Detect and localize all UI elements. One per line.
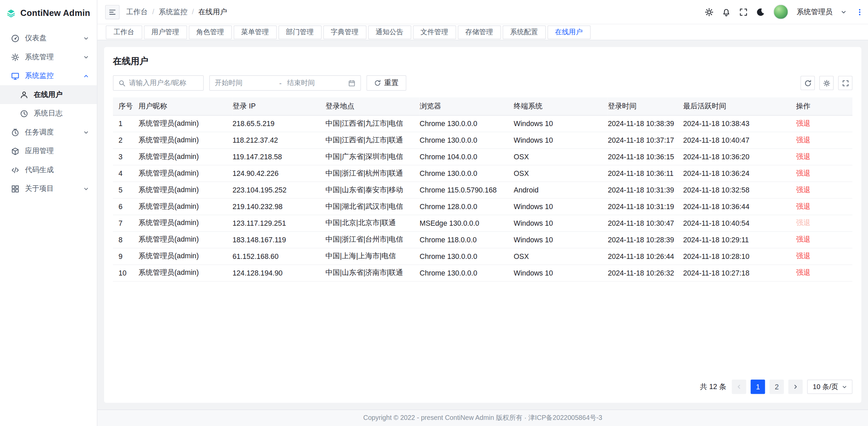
cell-location: 中国|湖北省|武汉市|电信 (326, 198, 420, 215)
prev-page-button[interactable] (732, 380, 746, 394)
force-logout-link[interactable]: 强退 (796, 169, 810, 177)
chevron-down-icon (83, 129, 89, 135)
username[interactable]: 系统管理员 (796, 7, 832, 17)
tab-item[interactable]: 角色管理 (189, 25, 232, 39)
page-number-button[interactable]: 2 (770, 380, 784, 394)
cell-ip: 124.128.194.90 (233, 264, 326, 281)
cell-nickname: 系统管理员(admin) (138, 231, 233, 248)
more-options-icon[interactable] (856, 7, 864, 16)
cell-action: 强退 (796, 248, 853, 264)
page-title: 在线用户 (113, 56, 852, 67)
force-logout-link[interactable]: 强退 (796, 268, 810, 277)
reset-button[interactable]: 重置 (367, 75, 407, 91)
tab-item[interactable]: 通知公告 (368, 25, 411, 39)
end-date-input[interactable] (287, 79, 346, 87)
force-logout-link[interactable]: 强退 (796, 136, 810, 144)
table-row: 5系统管理员(admin)223.104.195.252中国|山东省|泰安市|移… (113, 182, 852, 198)
sidebar-item-task-scheduler[interactable]: 任务调度 (0, 123, 97, 142)
tab-item[interactable]: 工作台 (106, 25, 142, 39)
search-box[interactable] (113, 75, 204, 91)
breadcrumb-item[interactable]: 系统监控 (159, 7, 188, 17)
cell-browser: Chrome 130.0.0.0 (420, 115, 514, 132)
sidebar-item-app-management[interactable]: 应用管理 (0, 142, 97, 161)
refresh-icon (374, 80, 381, 86)
table-body: 1系统管理员(admin)218.65.5.219中国|江西省|九江市|电信Ch… (113, 115, 852, 281)
dark-mode-moon-icon[interactable] (756, 7, 765, 16)
sidebar-item-label: 应用管理 (25, 146, 89, 156)
force-logout-link[interactable]: 强退 (796, 152, 810, 160)
sidebar-item-code-generation[interactable]: 代码生成 (0, 160, 97, 179)
sidebar-item-system-management[interactable]: 系统管理 (0, 47, 97, 66)
force-logout-link[interactable]: 强退 (796, 119, 810, 127)
cell-ip: 123.117.129.251 (233, 215, 326, 231)
cell-nickname: 系统管理员(admin) (138, 132, 233, 148)
cell-nickname: 系统管理员(admin) (138, 165, 233, 182)
cell-os: Windows 10 (514, 198, 608, 215)
topbar: 工作台 / 系统监控 / 在线用户 系统 (97, 0, 868, 24)
cell-login-time: 2024-11-18 10:36:11 (608, 165, 683, 182)
tab-item[interactable]: 部门管理 (278, 25, 321, 39)
cell-login-time: 2024-11-18 10:37:17 (608, 132, 683, 148)
chevron-left-icon (736, 384, 742, 389)
cell-browser: Chrome 130.0.0.0 (420, 165, 514, 182)
pagination-total: 共 12 条 (700, 382, 726, 392)
sidebar-item-online-users[interactable]: 在线用户 (0, 85, 97, 104)
tab-item[interactable]: 字典管理 (323, 25, 366, 39)
footer: Copyright © 2022 - present ContiNew Admi… (97, 409, 868, 426)
tab-item[interactable]: 存储管理 (457, 25, 500, 39)
expand-table-button[interactable] (838, 76, 852, 90)
sidebar-item-system-logs[interactable]: 系统日志 (0, 104, 97, 123)
content-area: 在线用户 - (97, 40, 868, 409)
cell-seq: 6 (113, 198, 138, 215)
date-range-separator: - (276, 79, 285, 87)
sidebar-collapse-button[interactable] (105, 5, 119, 19)
force-logout-link[interactable]: 强退 (796, 252, 810, 260)
cell-os: OSX (514, 248, 608, 264)
monitor-icon (11, 72, 19, 80)
calendar-icon (348, 79, 355, 86)
column-settings-button[interactable] (819, 76, 833, 90)
force-logout-link[interactable]: 强退 (796, 202, 810, 210)
settings-gear-icon[interactable] (705, 7, 713, 16)
cell-nickname: 系统管理员(admin) (138, 198, 233, 215)
cell-last-active: 2024-11-18 10:36:24 (683, 165, 796, 182)
sidebar-item-system-monitor[interactable]: 系统监控 (0, 66, 97, 85)
force-logout-link[interactable]: 强退 (796, 235, 810, 243)
cell-browser: Chrome 130.0.0.0 (420, 132, 514, 148)
cell-ip: 223.104.195.252 (233, 182, 326, 198)
sidebar-item-about-project[interactable]: 关于项目 (0, 179, 97, 198)
search-input[interactable] (129, 79, 198, 87)
sidebar-item-label: 在线用户 (34, 89, 89, 99)
tab-item[interactable]: 系统配置 (502, 25, 546, 39)
cell-location: 中国|江西省|九江市|联通 (326, 132, 420, 148)
force-logout-link[interactable]: 强退 (796, 185, 810, 194)
sidebar-item-dashboard[interactable]: 仪表盘 (0, 29, 97, 48)
cell-action: 强退 (796, 231, 853, 248)
table-row: 1系统管理员(admin)218.65.5.219中国|江西省|九江市|电信Ch… (113, 115, 852, 132)
page-size-select[interactable]: 10 条/页 (807, 380, 853, 394)
cell-ip: 219.140.232.98 (233, 198, 326, 215)
breadcrumb-item[interactable]: 工作台 (126, 7, 148, 17)
start-date-input[interactable] (215, 79, 274, 87)
tab-item-active[interactable]: 在线用户 (547, 25, 590, 39)
refresh-table-button[interactable] (801, 76, 815, 90)
column-header: 登录 IP (233, 97, 326, 115)
cell-last-active: 2024-11-18 10:38:43 (683, 115, 796, 132)
avatar[interactable] (773, 4, 788, 19)
tab-item[interactable]: 文件管理 (413, 25, 456, 39)
next-page-button[interactable] (788, 380, 803, 394)
date-range-picker[interactable]: - (209, 75, 361, 91)
user-icon (20, 90, 28, 99)
logo[interactable]: ContiNew Admin (0, 0, 97, 26)
gear-icon (823, 79, 830, 86)
reset-label: 重置 (384, 78, 398, 88)
app-root: ContiNew Admin 仪表盘 系统管理 (0, 0, 868, 426)
force-logout-link[interactable]: 强退 (796, 219, 810, 227)
tab-item[interactable]: 菜单管理 (233, 25, 276, 39)
tab-item[interactable]: 用户管理 (144, 25, 187, 39)
gear-icon (11, 53, 19, 61)
page-number-button[interactable]: 1 (751, 380, 765, 394)
notification-bell-icon[interactable] (722, 7, 731, 16)
fullscreen-icon[interactable] (739, 7, 748, 16)
column-header: 序号 (113, 97, 138, 115)
